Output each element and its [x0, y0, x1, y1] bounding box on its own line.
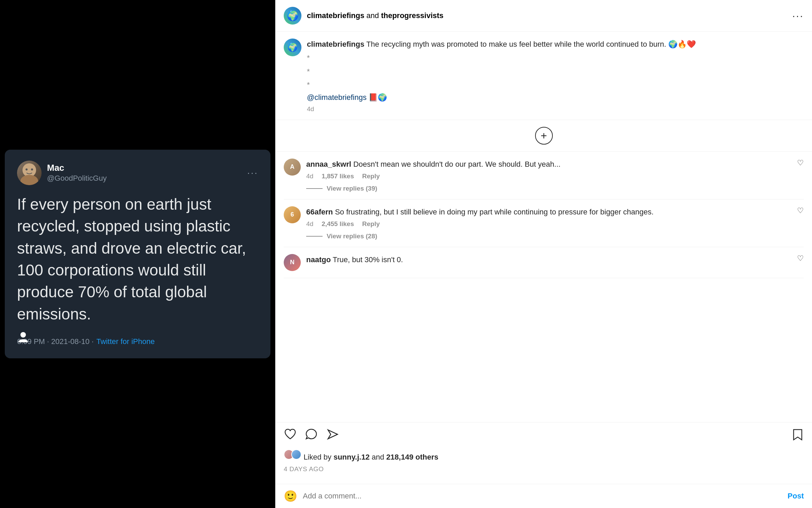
tweet-author: Mac @GoodPoliticGuy [17, 161, 107, 185]
comment-1-text: annaa_skwrl Doesn't mean we shouldn't do… [306, 159, 792, 170]
comment-1-view-replies[interactable]: View replies (39) [306, 185, 792, 192]
ig-likes: Liked by sunny.j.12 and 218,149 others [284, 449, 804, 463]
likes-count: 218,149 others [386, 453, 438, 461]
right-panel: 🌍 climatebriefings and theprogressivists… [275, 0, 812, 508]
caption-handle[interactable]: @climatebriefings 📕🌍 [307, 93, 804, 102]
share-button[interactable] [326, 428, 339, 444]
header-more-icon[interactable]: ··· [792, 10, 804, 21]
ig-timestamp: 4 DAYS AGO [284, 465, 804, 473]
caption-text: climatebriefings The recycling myth was … [307, 39, 804, 50]
header-and-text: and [366, 11, 381, 20]
ig-action-bar: Liked by sunny.j.12 and 218,149 others 4… [276, 422, 812, 484]
likes-prefix: Liked by [303, 453, 333, 461]
caption-body: The recycling myth was promoted to make … [364, 40, 696, 48]
caption-avatar: 🌍 [284, 39, 301, 56]
caption-time: 4d [307, 105, 804, 113]
comment-2-content: So frustrating, but I still believe in d… [333, 208, 654, 216]
caption-avatar-image: 🌍 [284, 39, 301, 56]
likes-avatar-2 [291, 449, 301, 460]
comment-3: N naatgo True, but 30% isn't 0. ♡ [284, 247, 804, 278]
tweet-more-icon[interactable]: ··· [247, 167, 258, 178]
comment-3-body: naatgo True, but 30% isn't 0. [306, 254, 792, 271]
comment-2-avatar-image: 6 [284, 206, 301, 223]
tweet-author-info: Mac @GoodPoliticGuy [47, 163, 107, 183]
comment-2: 6 66afern So frustrating, but I still be… [284, 199, 804, 247]
caption-stars: *** [307, 51, 804, 92]
avatar [17, 161, 42, 185]
comment-1-heart-icon[interactable]: ♡ [797, 159, 804, 192]
tweet-name: Mac [47, 163, 107, 173]
comment-1-reply-btn[interactable]: Reply [362, 173, 380, 180]
comment-2-body: 66afern So frustrating, but I still beli… [306, 206, 792, 240]
header-account-names: climatebriefings and theprogressivists [307, 11, 787, 21]
tweet-header: Mac @GoodPoliticGuy ··· [17, 161, 258, 185]
comment-3-username[interactable]: naatgo [306, 255, 331, 264]
left-panel: Mac @GoodPoliticGuy ··· If every person … [0, 0, 275, 508]
tweet-card: Mac @GoodPoliticGuy ··· If every person … [5, 150, 270, 358]
comment-2-avatar: 6 [284, 206, 301, 223]
header-avatar-image: 🌍 [284, 7, 301, 25]
likes-account[interactable]: sunny.j.12 [333, 453, 370, 461]
comment-input[interactable] [303, 492, 782, 500]
comment-2-username[interactable]: 66afern [306, 208, 333, 216]
plus-icon: + [541, 130, 547, 141]
comment-3-avatar: N [284, 254, 301, 271]
comment-1-meta: 4d 1,857 likes Reply [306, 173, 792, 180]
comment-3-content: True, but 30% isn't 0. [331, 255, 403, 264]
svg-point-2 [26, 168, 28, 170]
ig-caption-content: climatebriefings The recycling myth was … [307, 39, 804, 113]
tweet-source-link[interactable]: Twitter for iPhone [96, 337, 155, 346]
ig-caption-row: 🌍 climatebriefings The recycling myth wa… [284, 39, 804, 113]
comment-3-heart-icon[interactable]: ♡ [797, 254, 804, 271]
globe-icon: 🌍 [287, 10, 299, 21]
load-more-section: + [276, 120, 812, 152]
view-replies-line-2 [306, 236, 323, 237]
header-account1[interactable]: climatebriefings [307, 11, 364, 20]
comment-2-view-replies[interactable]: View replies (28) [306, 233, 792, 240]
tweet-footer: 6:09 PM · 2021-08-10 · Twitter for iPhon… [17, 337, 258, 346]
comment-2-text: 66afern So frustrating, but I still beli… [306, 206, 792, 218]
comment-1-username[interactable]: annaa_skwrl [306, 160, 351, 168]
load-more-button[interactable]: + [535, 127, 553, 145]
comment-2-likes: 2,455 likes [322, 220, 354, 228]
comment-2-time: 4d [306, 220, 313, 228]
header-account2[interactable]: theprogressivists [381, 11, 443, 20]
comment-3-avatar-image: N [284, 254, 301, 271]
bookmark-button[interactable] [792, 428, 804, 444]
ig-header: 🌍 climatebriefings and theprogressivists… [276, 0, 812, 32]
view-replies-line [306, 188, 323, 189]
ig-caption-area: 🌍 climatebriefings The recycling myth wa… [276, 32, 812, 120]
tweet-content: If every person on earth just recycled, … [17, 193, 258, 325]
comment-1-likes: 1,857 likes [322, 173, 354, 180]
ig-add-comment: 🙂 Post [276, 484, 812, 508]
svg-point-3 [31, 168, 33, 170]
comment-2-meta: 4d 2,455 likes Reply [306, 220, 792, 228]
comment-2-replies-count: View replies (28) [327, 233, 377, 240]
comment-1-replies-count: View replies (39) [327, 185, 377, 192]
comment-1-time: 4d [306, 173, 313, 180]
like-button[interactable] [284, 428, 297, 444]
likes-and: and [370, 453, 386, 461]
comment-1-avatar: A [284, 159, 301, 176]
emoji-button[interactable]: 🙂 [284, 490, 297, 503]
comment-3-text: naatgo True, but 30% isn't 0. [306, 254, 792, 265]
caption-username[interactable]: climatebriefings [307, 40, 364, 48]
svg-point-4 [20, 332, 26, 338]
header-avatar: 🌍 [284, 7, 301, 25]
avatar-image [17, 161, 42, 185]
ig-comments: A annaa_skwrl Doesn't mean we shouldn't … [276, 152, 812, 422]
comment-2-heart-icon[interactable]: ♡ [797, 206, 804, 240]
comment-button[interactable] [305, 428, 318, 444]
comment-2-reply-btn[interactable]: Reply [362, 220, 380, 228]
comment-1-content: Doesn't mean we shouldn't do our part. W… [351, 160, 561, 168]
likes-avatars [284, 449, 299, 460]
svg-point-1 [20, 175, 38, 185]
comment-1-avatar-image: A [284, 159, 301, 176]
comment-1-body: annaa_skwrl Doesn't mean we shouldn't do… [306, 159, 792, 192]
ig-actions [284, 428, 804, 444]
tweet-handle: @GoodPoliticGuy [47, 174, 107, 183]
user-icon [17, 331, 29, 346]
comment-1: A annaa_skwrl Doesn't mean we shouldn't … [284, 152, 804, 199]
post-button[interactable]: Post [787, 492, 804, 500]
